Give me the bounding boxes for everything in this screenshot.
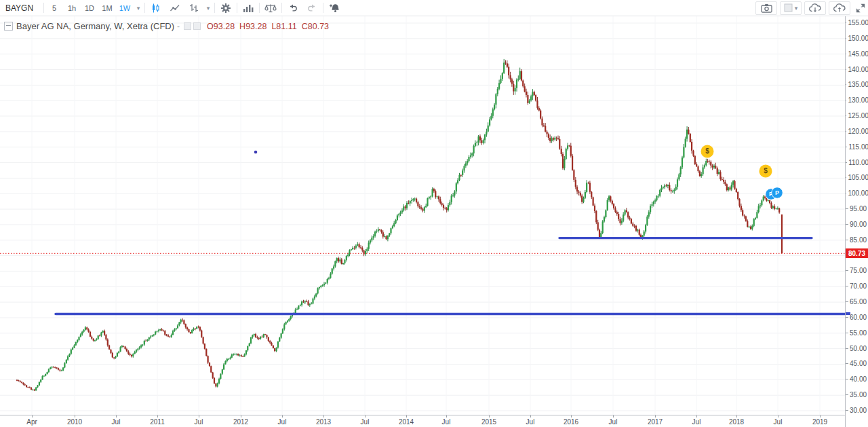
- undo-icon[interactable]: [283, 1, 302, 16]
- y-tick: [846, 410, 848, 411]
- x-axis-label: 2014: [399, 418, 414, 426]
- dot-drawing: [254, 151, 258, 154]
- cloud-load-icon[interactable]: [804, 1, 826, 15]
- layout-caret-icon: ▾: [795, 5, 798, 12]
- indicators-icon[interactable]: [239, 1, 258, 16]
- dividend-marker: $: [760, 165, 772, 178]
- candlestick-chart[interactable]: $$PP: [0, 16, 845, 415]
- layout-select-icon[interactable]: ▾: [780, 1, 802, 15]
- add-alert-bell-icon[interactable]: [325, 1, 344, 16]
- y-tick: [846, 22, 846, 23]
- y-tick: [846, 270, 848, 271]
- x-tick: [655, 415, 656, 417]
- x-axis-label: Jul: [361, 418, 370, 426]
- x-tick: [157, 415, 158, 417]
- symbol-input[interactable]: BAYGN: [0, 3, 42, 13]
- camera-snapshot-icon[interactable]: [755, 1, 777, 15]
- y-axis-label: 50.00: [846, 345, 868, 352]
- y-tick: [846, 379, 848, 379]
- y-axis-label: 35.00: [846, 391, 868, 398]
- x-axis-label: Jul: [195, 418, 203, 426]
- top-toolbar: BAYGN 5 1h 1D 1M 1W ▾: [0, 0, 868, 16]
- svg-text:P: P: [775, 189, 779, 196]
- toolbar-separator: [259, 3, 260, 13]
- y-tick: [846, 147, 847, 147]
- tradingview-chart-window: BAYGN 5 1h 1D 1M 1W ▾: [0, 0, 868, 427]
- y-axis-label: 110.00: [846, 159, 868, 166]
- toolbar-separator: [43, 3, 44, 13]
- y-axis-label: 75.00: [846, 267, 868, 274]
- interval-dropdown-caret-icon[interactable]: ▾: [134, 1, 143, 16]
- interval-button-1w[interactable]: 1W: [116, 1, 134, 16]
- svg-text:$: $: [705, 147, 709, 155]
- y-tick: [846, 348, 848, 349]
- close-value: C80.73: [302, 22, 329, 31]
- high-value: H93.28: [239, 22, 267, 31]
- x-axis-label: Jul: [526, 418, 535, 426]
- trendline-axis-marker: [846, 312, 850, 315]
- interval-button-1m[interactable]: 1M: [98, 1, 116, 16]
- y-tick: [846, 394, 848, 395]
- toolbar-separator: [323, 3, 323, 13]
- y-axis-label: 150.00: [846, 35, 868, 42]
- y-axis-label: 140.00: [846, 66, 868, 73]
- interval-button-1d[interactable]: 1D: [81, 1, 98, 16]
- x-axis-label: 2018: [729, 418, 744, 426]
- last-price-tag: 80.73: [846, 248, 868, 258]
- y-tick: [846, 38, 846, 39]
- x-tick: [446, 415, 447, 417]
- legend-ohlc-values: O93.28 H93.28 L81.11 C80.73: [207, 22, 329, 31]
- x-tick: [696, 415, 697, 417]
- toolbar-separator: [214, 3, 215, 13]
- bar-style-icon[interactable]: [184, 1, 203, 16]
- y-tick: [846, 54, 846, 54]
- line-style-icon[interactable]: [165, 1, 184, 16]
- y-axis-label: 95.00: [846, 205, 868, 212]
- x-tick: [489, 415, 490, 417]
- legend-symbol-title[interactable]: Bayer AG NA, Germany, W, Xetra (CFD): [16, 21, 174, 31]
- cloud-save-icon[interactable]: [829, 1, 850, 15]
- interval-button-5m[interactable]: 5: [45, 1, 63, 16]
- y-axis-label: 70.00: [846, 282, 868, 290]
- x-tick: [282, 415, 283, 417]
- interval-button-1h[interactable]: 1h: [63, 1, 81, 16]
- chart-pane[interactable]: $$PP Bayer AG NA, Germany, W, Xetra (CFD…: [0, 16, 845, 415]
- candlestick-style-icon[interactable]: [146, 1, 165, 16]
- x-axis-label: Jul: [278, 418, 287, 426]
- fullscreen-icon[interactable]: [853, 1, 868, 15]
- x-tick: [365, 415, 366, 417]
- x-axis-label: Jul: [774, 418, 783, 426]
- x-axis-label: 2016: [564, 418, 578, 426]
- price-axis[interactable]: 80.73 30.0035.0040.0045.0050.0055.0060.0…: [845, 16, 868, 427]
- p-marker: P: [772, 187, 783, 199]
- x-axis-label: 2015: [481, 418, 496, 426]
- compare-scales-icon[interactable]: [261, 1, 280, 16]
- x-axis-label: Jul: [112, 418, 121, 426]
- y-tick: [846, 317, 848, 318]
- legend-hide-button[interactable]: [184, 22, 191, 30]
- y-axis-label: 130.00: [846, 96, 868, 104]
- toolbar-separator: [237, 3, 237, 13]
- x-axis-label: Jul: [442, 418, 451, 426]
- x-tick: [820, 415, 821, 417]
- legend-settings-button[interactable]: [193, 22, 201, 30]
- y-tick: [846, 193, 846, 193]
- y-tick: [846, 224, 848, 225]
- redo-icon[interactable]: [302, 1, 321, 16]
- y-axis-label: 55.00: [846, 329, 868, 337]
- settings-gear-icon[interactable]: [216, 1, 235, 16]
- time-axis[interactable]: Apr2010Jul2011Jul2012Jul2013Jul2014Jul20…: [0, 415, 845, 427]
- y-axis-label: 65.00: [846, 298, 868, 305]
- x-tick: [75, 415, 75, 417]
- x-tick: [199, 415, 199, 417]
- x-tick: [406, 415, 407, 417]
- y-axis-label: 125.00: [846, 112, 868, 119]
- low-value: L81.11: [271, 22, 296, 31]
- x-tick: [32, 415, 33, 417]
- y-axis-label: 45.00: [846, 360, 868, 367]
- legend-collapse-icon[interactable]: [4, 22, 13, 31]
- y-axis-label: 145.00: [846, 50, 868, 58]
- style-dropdown-caret-icon[interactable]: ▾: [203, 1, 213, 16]
- x-tick: [736, 415, 737, 417]
- y-axis-label: 85.00: [846, 236, 868, 244]
